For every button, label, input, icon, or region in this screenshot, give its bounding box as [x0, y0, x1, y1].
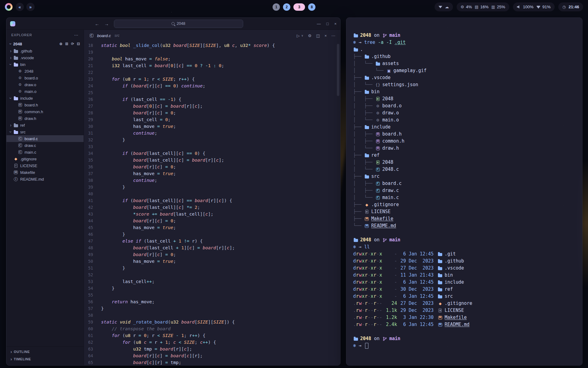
disk-value: 25% [497, 5, 505, 9]
system-stats-widget[interactable]: 4%16%25% [457, 2, 509, 11]
more-icon[interactable]: ⋯ [331, 33, 335, 38]
topbar-left: «» [5, 3, 35, 11]
new-folder-icon[interactable]: ⊞ [65, 42, 68, 46]
tree-row: │ ├── 2048 [353, 95, 575, 102]
close-icon[interactable]: × [324, 33, 327, 38]
tree-row: │ ├── ⚙draw.o [353, 109, 575, 117]
run-icon[interactable]: ▷ [297, 33, 300, 38]
refresh-icon[interactable]: ⟳ [71, 42, 74, 46]
explorer-item-2048[interactable]: ⚙2048 [6, 68, 84, 75]
doc-icon [364, 209, 369, 214]
explorer-item-README-md[interactable]: iREADME.md [6, 176, 84, 182]
c-file-icon: C [375, 195, 380, 200]
explorer-item-board-h[interactable]: Hboard.h [6, 102, 84, 108]
launcher-logo-icon[interactable] [5, 3, 13, 11]
explorer-item-draw-c[interactable]: Cdraw.c [6, 142, 84, 149]
weather-widget[interactable] [435, 2, 453, 11]
more-actions-icon[interactable]: ⋯ [74, 33, 79, 37]
permissions: drwxr-xr-x [353, 279, 382, 286]
chevron-right-icon [8, 123, 13, 127]
folder-icon [364, 89, 369, 94]
workspace-3[interactable]: 3 [293, 3, 305, 11]
explorer-header[interactable]: EXPLORER ⋯ [6, 30, 84, 40]
code-line: 54 } [84, 285, 340, 292]
explorer-item--vscode[interactable]: .vscode [6, 54, 84, 61]
explorer-item-draw-o[interactable]: ⚙draw.o [6, 81, 84, 88]
workspace-2[interactable]: 2 [283, 3, 290, 11]
explorer-title: EXPLORER [11, 33, 32, 37]
explorer-item-src[interactable]: src [6, 128, 84, 135]
forward-button[interactable]: → [104, 21, 109, 26]
terminal-command: ❄ → ll [353, 243, 575, 251]
folder-icon [438, 280, 443, 285]
tab-board-c[interactable]: C board.c src [89, 33, 119, 38]
explorer-item-Makefile[interactable]: MMakefile [6, 169, 84, 176]
code-line: 27 board[0][c] = board[r][c]; [84, 103, 340, 109]
git-icon: ◆ [13, 156, 18, 162]
exe-icon [375, 160, 380, 165]
run-dropdown-icon[interactable]: ∨ [301, 34, 303, 37]
folder-dim-icon [13, 55, 18, 60]
code-line: 52 [84, 271, 340, 278]
code-line: 50 has_move = true; [84, 258, 340, 265]
terminal-prompt: 2048 on main [353, 32, 575, 39]
audio-network-widget[interactable]: 100%91% [513, 2, 555, 11]
code-line: 43 *score += board[last_cell][c]; [84, 211, 340, 217]
explorer-item-board-o[interactable]: ⚙board.o [6, 75, 84, 81]
back-button[interactable]: ← [95, 21, 100, 26]
explorer-item-bin[interactable]: bin [6, 61, 84, 68]
code-line: 47 else if (last_cell + 1 != r) { [84, 238, 340, 244]
explorer-item-main-o[interactable]: ⚙main.o [6, 88, 84, 95]
search-value: 2048 [177, 21, 185, 26]
explorer-item-ref[interactable]: ref [6, 122, 84, 128]
h-dim-icon: H [17, 109, 23, 114]
split-editor-icon[interactable]: ◫ [316, 33, 320, 38]
permissions: drwxr-xr-x [353, 251, 382, 258]
volume-value: 100% [523, 5, 534, 9]
explorer-item-common-h[interactable]: Hcommon.h [6, 108, 84, 115]
panel-timeline[interactable]: TIMELINE [6, 355, 84, 363]
folder-dim-icon [13, 48, 18, 54]
explorer-item-draw-h[interactable]: Hdraw.h [6, 115, 84, 122]
collapse-all-icon[interactable]: ⊟ [77, 42, 80, 46]
explorer-sidebar: EXPLORER ⋯ 2048 ⊕⊞⟳⊟ .github.vscodebin⚙2… [6, 30, 84, 365]
panel-outline[interactable]: OUTLINE [6, 348, 84, 355]
new-file-icon[interactable]: ⊕ [59, 42, 62, 46]
explorer-root-folder[interactable]: 2048 ⊕⊞⟳⊟ [6, 40, 84, 48]
explorer-item-board-c[interactable]: Cboard.c [6, 135, 84, 142]
window-controls: —□× [243, 21, 337, 26]
tree-row: ├── MMakefile [353, 215, 575, 222]
editor-titlebar[interactable]: ←→ 2048 —□× [6, 18, 340, 30]
skip-back-button[interactable]: « [16, 3, 24, 11]
folder-icon [364, 153, 369, 158]
explorer-item-LICENSE[interactable]: LICENSE [6, 162, 84, 169]
workspace-8[interactable]: 8 [308, 3, 315, 11]
code-area[interactable]: 18static bool _slide_col(u32 board[SIZE]… [84, 41, 340, 365]
permissions: drwxr-xr-x [353, 258, 382, 265]
minimize-button[interactable]: — [317, 21, 321, 26]
skip-forward-button[interactable]: » [26, 3, 35, 11]
settings-icon[interactable]: ⚙ [308, 33, 311, 38]
command-center-search[interactable]: 2048 [114, 20, 243, 28]
scrollbar-thumb[interactable] [337, 44, 339, 96]
maximize-button[interactable]: □ [326, 21, 329, 26]
tree-row: ├── bin [353, 88, 575, 95]
code-line: 24 if (board[r][c] == 0) continue; [84, 82, 340, 89]
clock-widget[interactable]: 21:46 [558, 2, 583, 11]
workspace-1[interactable]: 1 [273, 3, 280, 11]
code-line: 65 board[c][r] = tmp; [84, 359, 340, 365]
chevron-down-icon [9, 41, 13, 46]
explorer-item--github[interactable]: .github [6, 48, 84, 54]
topbar-right: 4%16%25% 100%91% 21:46 [435, 2, 583, 11]
explorer-item-include[interactable]: include [6, 95, 84, 102]
ll-row: drwxr-xr-x -27 Dec 2023.vscode [353, 265, 575, 272]
c-file-icon: C [375, 181, 380, 186]
json-icon: {} [375, 82, 380, 87]
explorer-item--gitignore[interactable]: ◆.gitignore [6, 155, 84, 162]
explorer-item-main-c[interactable]: Cmain.c [6, 149, 84, 155]
close-button[interactable]: × [334, 21, 337, 26]
folder-icon [375, 61, 380, 66]
tree-row: │ └── Hdraw.h [353, 145, 575, 152]
make-icon: M [364, 216, 369, 221]
terminal-window[interactable]: 2048 on main❄ → tree -a -I .git.├── .git… [346, 17, 582, 366]
